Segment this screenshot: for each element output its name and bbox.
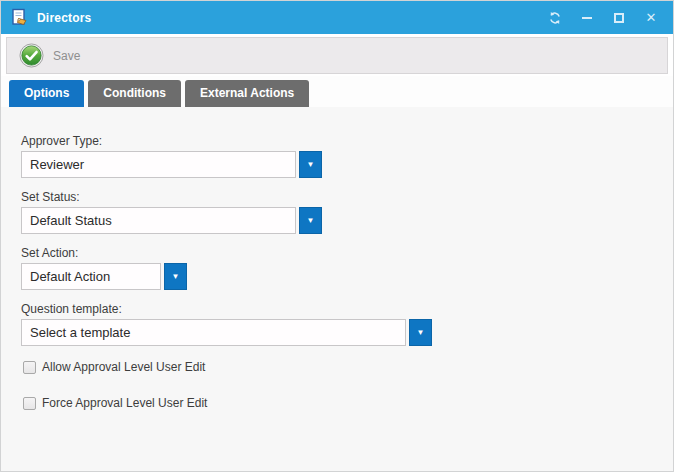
save-button-label: Save xyxy=(53,49,80,63)
approver-type-dropdown-button[interactable]: ▼ xyxy=(299,151,322,178)
field-question-template: Question template: Select a template ▼ xyxy=(21,302,673,346)
set-action-label: Set Action: xyxy=(21,246,673,260)
field-approver-type: Approver Type: Reviewer ▼ xyxy=(21,134,673,178)
approver-type-value[interactable]: Reviewer xyxy=(21,151,296,178)
toolbar: Save xyxy=(6,37,668,74)
set-action-dropdown[interactable]: Default Action ▼ xyxy=(21,263,673,290)
tab-strip: Options Conditions External Actions xyxy=(1,76,673,107)
chevron-down-icon: ▼ xyxy=(307,161,315,169)
set-action-dropdown-button[interactable]: ▼ xyxy=(164,263,187,290)
field-set-action: Set Action: Default Action ▼ xyxy=(21,246,673,290)
tab-options[interactable]: Options xyxy=(9,80,84,107)
refresh-button[interactable] xyxy=(539,1,571,34)
allow-approval-level-user-edit-row[interactable]: Allow Approval Level User Edit xyxy=(21,360,673,374)
force-approval-level-user-edit-label: Force Approval Level User Edit xyxy=(42,396,207,410)
window-title: Directors xyxy=(37,11,92,25)
refresh-icon xyxy=(548,11,562,25)
approver-type-dropdown[interactable]: Reviewer ▼ xyxy=(21,151,673,178)
maximize-icon xyxy=(614,13,624,23)
maximize-button[interactable] xyxy=(603,1,635,34)
force-approval-level-user-edit-checkbox[interactable] xyxy=(23,397,36,410)
tab-conditions[interactable]: Conditions xyxy=(88,80,181,107)
allow-approval-level-user-edit-checkbox[interactable] xyxy=(23,361,36,374)
save-check-icon xyxy=(19,43,44,68)
force-approval-level-user-edit-row[interactable]: Force Approval Level User Edit xyxy=(21,396,673,410)
toolbar-strip: Save xyxy=(1,34,673,76)
close-icon: ✕ xyxy=(646,11,657,24)
document-edit-icon xyxy=(10,8,29,27)
minimize-button[interactable] xyxy=(571,1,603,34)
close-button[interactable]: ✕ xyxy=(635,1,667,34)
tab-external-actions[interactable]: External Actions xyxy=(185,80,309,107)
minimize-icon xyxy=(582,17,592,19)
save-button[interactable]: Save xyxy=(19,43,80,68)
options-tab-panel: Approver Type: Reviewer ▼ Set Status: De… xyxy=(1,107,673,471)
checkbox-section: Allow Approval Level User Edit Force App… xyxy=(21,360,673,410)
approver-type-label: Approver Type: xyxy=(21,134,673,148)
chevron-down-icon: ▼ xyxy=(417,329,425,337)
set-status-label: Set Status: xyxy=(21,190,673,204)
set-status-value[interactable]: Default Status xyxy=(21,207,296,234)
titlebar: Directors ✕ xyxy=(1,1,673,34)
question-template-dropdown[interactable]: Select a template ▼ xyxy=(21,319,673,346)
set-action-value[interactable]: Default Action xyxy=(21,263,161,290)
chevron-down-icon: ▼ xyxy=(172,273,180,281)
question-template-label: Question template: xyxy=(21,302,673,316)
question-template-value[interactable]: Select a template xyxy=(21,319,406,346)
allow-approval-level-user-edit-label: Allow Approval Level User Edit xyxy=(42,360,205,374)
field-set-status: Set Status: Default Status ▼ xyxy=(21,190,673,234)
chevron-down-icon: ▼ xyxy=(307,217,315,225)
question-template-dropdown-button[interactable]: ▼ xyxy=(409,319,432,346)
set-status-dropdown[interactable]: Default Status ▼ xyxy=(21,207,673,234)
dialog-window: Directors ✕ xyxy=(0,0,674,472)
set-status-dropdown-button[interactable]: ▼ xyxy=(299,207,322,234)
